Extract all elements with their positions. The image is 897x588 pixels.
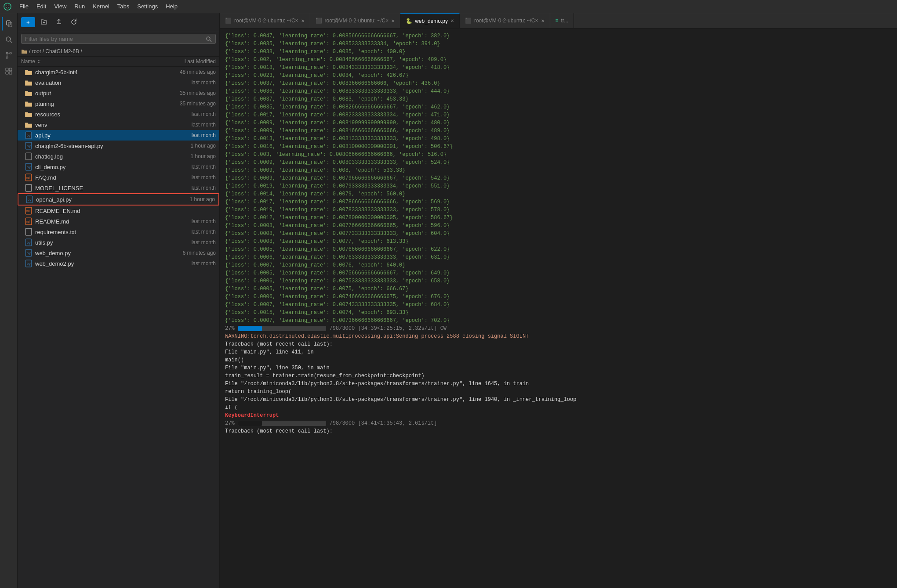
file-item-8[interactable]: chatlog.log1 hour ago bbox=[18, 151, 219, 162]
tab-close-3[interactable]: ✕ bbox=[541, 18, 545, 23]
tab-label-1: root@VM-0-2-ubuntu: ~/C× bbox=[325, 18, 389, 24]
menu-settings[interactable]: Settings bbox=[134, 2, 161, 11]
log-line: {'loss': 0.0014, 'learning_rate': 0.0079… bbox=[225, 190, 892, 198]
log-line: {'loss': 0.0006, 'learning_rate': 0.0076… bbox=[225, 253, 892, 261]
log-line: {'loss': 0.0009, 'learning_rate': 0.0081… bbox=[225, 127, 892, 135]
file-modified-6: last month bbox=[159, 132, 216, 138]
file-item-16[interactable]: pyutils.pylast month bbox=[18, 237, 219, 248]
log-line: {'loss': 0.0016, 'learning_rate': 0.0081… bbox=[225, 143, 892, 151]
log-line: {'loss': 0.0005, 'learning_rate': 0.0076… bbox=[225, 245, 892, 253]
file-item-0[interactable]: chatglm2-6b-int448 minutes ago bbox=[18, 67, 219, 77]
sidebar-item-search[interactable] bbox=[2, 32, 16, 47]
tab-close-1[interactable]: ✕ bbox=[391, 18, 395, 23]
sidebar-item-git[interactable] bbox=[2, 48, 16, 62]
svg-text:md: md bbox=[26, 176, 29, 180]
svg-rect-20 bbox=[25, 153, 32, 160]
file-item-13[interactable]: mdREADME_EN.md bbox=[18, 206, 219, 216]
terminal-icon-0: ⬛ bbox=[225, 18, 232, 24]
log-line: {'loss': 0.003, 'learning_rate': 0.00806… bbox=[225, 151, 892, 159]
file-icon bbox=[25, 184, 33, 192]
traceback-line: File "/root/miniconda3/lib/python3.8/sit… bbox=[225, 380, 892, 388]
tab-close-0[interactable]: ✕ bbox=[301, 18, 305, 23]
svg-point-3 bbox=[6, 37, 11, 41]
py-file-icon: py bbox=[25, 131, 33, 139]
file-icon bbox=[25, 228, 33, 236]
log-line: {'loss': 0.0017, 'learning_rate': 0.0078… bbox=[225, 198, 892, 206]
py-icon-2: 🐍 bbox=[406, 18, 412, 24]
log-line: {'loss': 0.0037, 'learning_rate': 0.0083… bbox=[225, 95, 892, 103]
file-name-8: chatlog.log bbox=[35, 153, 159, 160]
new-button[interactable]: + bbox=[21, 17, 35, 27]
file-item-14[interactable]: mdREADME.mdlast month bbox=[18, 216, 219, 227]
upload-icon bbox=[55, 18, 62, 25]
file-item-1[interactable]: evaluationlast month bbox=[18, 77, 219, 88]
tab-3[interactable]: ⬛ root@VM-0-2-ubuntu: ~/C× ✕ bbox=[460, 13, 550, 29]
sidebar-item-files[interactable] bbox=[2, 17, 16, 31]
traceback-line: File "main.py", line 411, in bbox=[225, 348, 892, 356]
tab-2[interactable]: 🐍 web_demo.py ✕ bbox=[400, 13, 460, 29]
file-modified-14: last month bbox=[159, 218, 216, 224]
refresh-button[interactable] bbox=[68, 16, 80, 28]
log-line: {'loss': 0.0009, 'learning_rate': 0.0080… bbox=[225, 159, 892, 166]
file-modified-18: last month bbox=[159, 260, 216, 267]
log-line: {'loss': 0.0023, 'learning_rate': 0.0084… bbox=[225, 72, 892, 79]
file-name-9: cli_demo.py bbox=[35, 164, 159, 170]
log-line: {'loss': 0.0009, 'learning_rate': 0.008,… bbox=[225, 166, 892, 174]
menu-view[interactable]: View bbox=[51, 2, 70, 11]
menu-help[interactable]: Help bbox=[162, 2, 181, 11]
svg-point-5 bbox=[6, 52, 8, 54]
menu-run[interactable]: Run bbox=[71, 2, 88, 11]
menu-edit[interactable]: Edit bbox=[33, 2, 50, 11]
file-item-6[interactable]: pyapi.pylast month bbox=[18, 130, 219, 141]
warning-line: WARNING:torch.distributed.elastic.multip… bbox=[225, 332, 892, 340]
file-item-4[interactable]: resourceslast month bbox=[18, 109, 219, 119]
tab-1[interactable]: ⬛ root@VM-0-2-ubuntu: ~/C× ✕ bbox=[310, 13, 401, 29]
file-item-12[interactable]: pyopenai_api.py1 hour ago bbox=[18, 193, 219, 206]
file-name-15: requirements.txt bbox=[35, 229, 159, 235]
svg-text:py: py bbox=[27, 241, 31, 245]
menu-file[interactable]: File bbox=[16, 2, 32, 11]
tab-label-3: root@VM-0-2-ubuntu: ~/C× bbox=[474, 18, 538, 24]
md-file-icon: md bbox=[25, 217, 33, 225]
file-name-0: chatglm2-6b-int4 bbox=[35, 69, 159, 76]
file-toolbar: + bbox=[18, 13, 219, 31]
file-name-1: evaluation bbox=[35, 79, 159, 86]
file-item-9[interactable]: pycli_demo.pylast month bbox=[18, 162, 219, 172]
tab-0[interactable]: ⬛ root@VM-0-2-ubuntu: ~/C× ✕ bbox=[220, 13, 310, 29]
file-item-17[interactable]: pyweb_demo.py6 minutes ago bbox=[18, 248, 219, 258]
file-item-10[interactable]: mdFAQ.mdlast month bbox=[18, 172, 219, 183]
new-folder-icon bbox=[40, 18, 47, 25]
file-name-11: MODEL_LICENSE bbox=[35, 185, 159, 191]
search-input[interactable] bbox=[25, 36, 206, 42]
file-item-2[interactable]: output35 minutes ago bbox=[18, 88, 219, 98]
log-line: {'loss': 0.0019, 'learning_rate': 0.0078… bbox=[225, 206, 892, 214]
file-modified-5: last month bbox=[159, 122, 216, 128]
file-modified-3: 35 minutes ago bbox=[159, 101, 216, 107]
file-item-7[interactable]: pychatglm2-6b-stream-api.py1 hour ago bbox=[18, 141, 219, 151]
file-modified-15: last month bbox=[159, 229, 216, 235]
file-item-15[interactable]: requirements.txtlast month bbox=[18, 227, 219, 237]
progress-fill-1 bbox=[238, 326, 262, 331]
file-item-5[interactable]: venvlast month bbox=[18, 119, 219, 130]
menu-tabs[interactable]: Tabs bbox=[114, 2, 133, 11]
svg-line-4 bbox=[10, 41, 12, 43]
upload-button[interactable] bbox=[53, 16, 65, 28]
col-name-header: Name bbox=[21, 58, 159, 65]
traceback-line: train_result = trainer.train(resume_from… bbox=[225, 372, 892, 380]
tab-4[interactable]: ≡ tr... bbox=[550, 13, 574, 29]
file-modified-10: last month bbox=[159, 174, 216, 180]
search-box bbox=[21, 34, 216, 44]
menu-kernel[interactable]: Kernel bbox=[89, 2, 113, 11]
new-folder-button[interactable] bbox=[38, 16, 50, 28]
file-modified-12: 1 hour ago bbox=[158, 196, 215, 202]
terminal[interactable]: {'loss': 0.0047, 'learning_rate': 0.0085… bbox=[220, 29, 897, 588]
file-item-3[interactable]: ptuning35 minutes ago bbox=[18, 98, 219, 109]
file-modified-1: last month bbox=[159, 79, 216, 86]
file-item-11[interactable]: MODEL_LICENSElast month bbox=[18, 183, 219, 193]
sidebar-item-extensions[interactable] bbox=[2, 64, 16, 78]
svg-text:py: py bbox=[28, 198, 32, 202]
log-line: {'loss': 0.0006, 'learning_rate': 0.0075… bbox=[225, 277, 892, 285]
tab-close-2[interactable]: ✕ bbox=[450, 18, 454, 23]
file-name-3: ptuning bbox=[35, 101, 159, 107]
file-item-18[interactable]: pyweb_demo2.pylast month bbox=[18, 258, 219, 269]
